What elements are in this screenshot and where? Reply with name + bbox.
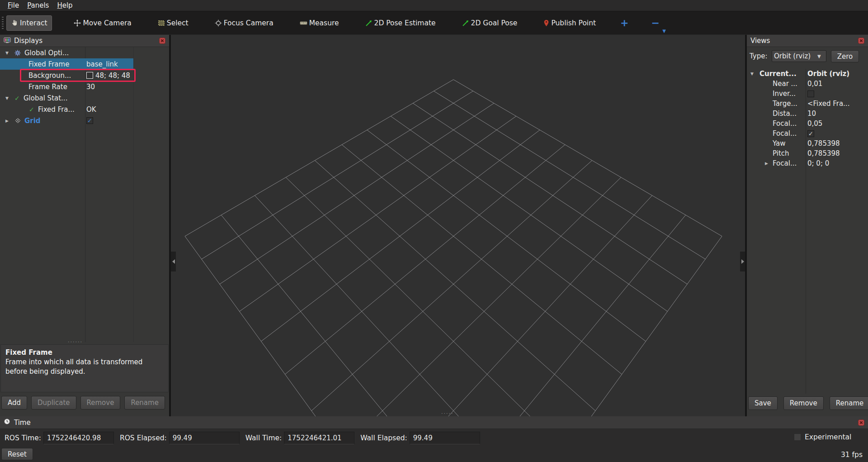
checkbox-checked[interactable]: ✓ bbox=[807, 130, 814, 137]
property-value[interactable]: <Fixed Fra... bbox=[807, 100, 849, 108]
views-close-button[interactable] bbox=[858, 38, 864, 44]
tool-select[interactable]: Select bbox=[153, 16, 193, 30]
collapse-right-arrow[interactable] bbox=[740, 252, 745, 271]
expander-down-icon[interactable]: ▼ bbox=[750, 71, 760, 76]
reset-button[interactable]: Reset bbox=[1, 448, 33, 460]
expander-right-icon[interactable]: ▶ bbox=[765, 161, 773, 166]
tool-focus-camera[interactable]: Focus Camera bbox=[210, 16, 278, 30]
display-row-grid[interactable]: ▶Grid✓ bbox=[0, 115, 169, 126]
property-value[interactable]: OK bbox=[86, 105, 96, 114]
color-swatch[interactable] bbox=[86, 72, 93, 79]
view-type-value: Orbit (rviz) bbox=[774, 52, 817, 60]
views-tree: ▼Current...Orbit (rviz)Near ...0,01Inver… bbox=[747, 69, 868, 394]
plus-icon: + bbox=[620, 17, 628, 29]
displays-add-button[interactable]: Add bbox=[1, 396, 27, 410]
view-row-pitch[interactable]: Pitch0,785398 bbox=[747, 148, 868, 158]
3d-viewport[interactable]: ····· bbox=[171, 35, 745, 416]
displays-remove-button[interactable]: Remove bbox=[80, 396, 121, 410]
hand-icon bbox=[11, 19, 18, 26]
expander-right-icon[interactable]: ▶ bbox=[5, 119, 14, 123]
display-row-global-stat[interactable]: ▼✓Global Stat... bbox=[0, 92, 169, 104]
ruler-icon bbox=[300, 20, 307, 26]
tool-label: Measure bbox=[309, 19, 339, 27]
tool-measure[interactable]: Measure bbox=[295, 16, 344, 30]
property-name: Fixed Frame bbox=[28, 60, 69, 68]
expander-down-icon[interactable]: ▼ bbox=[5, 96, 14, 100]
checkbox-checked[interactable]: ✓ bbox=[86, 117, 93, 124]
time-fields: ROS Time:1752246420.98ROS Elapsed:99.49W… bbox=[5, 432, 486, 444]
property-value[interactable]: 0; 0; 0 bbox=[807, 159, 829, 167]
tool-2d-goal-pose[interactable]: 2D Goal Pose bbox=[458, 16, 522, 30]
property-value[interactable]: 0,05 bbox=[807, 119, 822, 128]
views-save-button[interactable]: Save bbox=[748, 396, 778, 410]
time-field-label: Wall Elapsed: bbox=[360, 434, 407, 442]
property-name: Focal... bbox=[773, 119, 797, 128]
tool-move-camera[interactable]: Move Camera bbox=[69, 16, 136, 30]
toolbar-drag-handle[interactable] bbox=[2, 17, 4, 29]
property-value[interactable]: base_link bbox=[86, 60, 118, 68]
time-field-value[interactable]: 99.49 bbox=[410, 432, 480, 444]
collapse-left-arrow[interactable] bbox=[171, 252, 176, 271]
time-field-value[interactable]: 99.49 bbox=[169, 432, 240, 444]
property-value[interactable]: 48; 48; 48 bbox=[95, 71, 130, 80]
property-name: Inver... bbox=[773, 90, 796, 98]
view-row-inver[interactable]: Inver... bbox=[747, 89, 868, 99]
experimental-checkbox[interactable] bbox=[794, 433, 801, 441]
property-value[interactable]: 10 bbox=[807, 110, 816, 118]
property-value[interactable]: Orbit (rviz) bbox=[807, 70, 849, 78]
tool-interact[interactable]: Interact bbox=[6, 15, 52, 31]
view-row-current[interactable]: ▼Current...Orbit (rviz) bbox=[747, 69, 868, 79]
panel-splitter-handle[interactable]: ······ bbox=[68, 341, 83, 343]
display-row-fixed-fra[interactable]: ✓Fixed Fra...OK bbox=[0, 104, 169, 115]
display-monitor-icon bbox=[4, 37, 11, 45]
display-row-global-opti[interactable]: ▼Global Opti... bbox=[0, 47, 169, 58]
property-name: Global Stat... bbox=[24, 94, 67, 102]
property-name: Current... bbox=[760, 70, 797, 78]
views-rename-button[interactable]: Rename bbox=[830, 396, 868, 410]
display-row-backgroun[interactable]: Backgroun...48; 48; 48 bbox=[0, 70, 169, 81]
property-name: Near ... bbox=[773, 80, 797, 88]
view-row-focal[interactable]: ▶Focal...0; 0; 0 bbox=[747, 158, 868, 168]
time-field-label: ROS Elapsed: bbox=[120, 434, 167, 442]
views-panel: Views Type: Orbit (rviz) ▼ Zero ▼Current… bbox=[747, 35, 868, 416]
property-value[interactable]: 0,785398 bbox=[807, 149, 840, 157]
view-row-targe[interactable]: Targe...<Fixed Fra... bbox=[747, 99, 868, 109]
tool-2d-pose-estimate[interactable]: 2D Pose Estimate bbox=[361, 16, 440, 30]
property-value[interactable]: 0,785398 bbox=[807, 139, 840, 148]
time-field-value[interactable]: 1752246421.01 bbox=[284, 432, 354, 444]
display-row-fixed-frame[interactable]: Fixed Framebase_link bbox=[0, 58, 169, 70]
viewport-resize-handle[interactable]: ····· bbox=[441, 412, 453, 415]
view-row-focal[interactable]: Focal...✓ bbox=[747, 129, 868, 138]
displays-rename-button[interactable]: Rename bbox=[124, 396, 165, 410]
menu-help[interactable]: Help bbox=[53, 1, 76, 10]
property-value[interactable]: 30 bbox=[86, 83, 95, 91]
time-close-button[interactable] bbox=[858, 419, 864, 426]
view-type-dropdown[interactable]: Orbit (rviz) ▼ bbox=[772, 50, 826, 62]
views-remove-button[interactable]: Remove bbox=[783, 396, 824, 410]
tool-label: Interact bbox=[20, 19, 47, 27]
zero-button[interactable]: Zero bbox=[831, 50, 859, 62]
property-name: Pitch bbox=[773, 149, 789, 157]
displays-close-button[interactable] bbox=[159, 38, 165, 44]
add-tool-button[interactable]: + bbox=[618, 17, 631, 29]
view-row-dista[interactable]: Dista...10 bbox=[747, 109, 868, 119]
property-value[interactable]: 0,01 bbox=[807, 80, 822, 88]
clock-icon bbox=[4, 418, 10, 427]
fps-counter: 31 fps bbox=[841, 451, 863, 459]
time-field-value[interactable]: 1752246420.98 bbox=[43, 432, 114, 444]
displays-duplicate-button[interactable]: Duplicate bbox=[31, 396, 76, 410]
checkbox-unchecked[interactable] bbox=[807, 90, 814, 97]
tool-publish-point[interactable]: Publish Point bbox=[539, 16, 600, 30]
grid-icon bbox=[14, 117, 24, 124]
view-row-near[interactable]: Near ...0,01 bbox=[747, 79, 868, 89]
menu-panels[interactable]: Panels bbox=[23, 1, 53, 10]
expander-down-icon[interactable]: ▼ bbox=[5, 51, 14, 55]
views-title: Views bbox=[750, 37, 770, 45]
menu-file[interactable]: File bbox=[4, 1, 23, 10]
view-row-yaw[interactable]: Yaw0,785398 bbox=[747, 138, 868, 148]
remove-tool-button[interactable]: −▼ bbox=[649, 17, 662, 29]
experimental-label: Experimental bbox=[805, 433, 851, 441]
property-name: Dista... bbox=[773, 110, 797, 118]
view-row-focal[interactable]: Focal...0,05 bbox=[747, 119, 868, 129]
display-row-frame-rate[interactable]: Frame Rate30 bbox=[0, 81, 169, 92]
